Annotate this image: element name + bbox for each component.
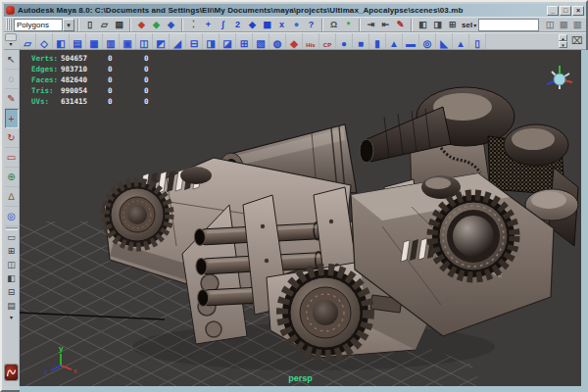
render-current-frame-icon[interactable]: ◧ — [416, 18, 430, 31]
poly-merge-icon[interactable]: ◫ — [136, 33, 153, 49]
snap-grid-icon[interactable]: + — [201, 18, 216, 31]
toggle-channel-box-icon[interactable]: ▥ — [570, 18, 584, 31]
group-collapse-handle[interactable] — [357, 19, 363, 31]
ipr-render-icon[interactable]: ◨ — [430, 18, 445, 31]
status-line-grip[interactable] — [6, 19, 12, 30]
snap-curve-icon[interactable]: ∫ — [216, 18, 230, 31]
no-construction-icon[interactable]: ✎ — [393, 18, 408, 31]
layout-hypershade[interactable]: ▤ — [5, 300, 19, 314]
toggle-attribute-editor-icon[interactable]: ◫ — [543, 18, 557, 31]
poly-cube-faces-icon[interactable]: ◧ — [53, 33, 70, 49]
perspective-viewport[interactable]: y x z Verts:50465700Edges:98371000Faces:… — [20, 50, 581, 386]
center-pivot-icon[interactable]: CP — [319, 33, 336, 49]
universal-manipulator-tool[interactable]: ⊕ — [5, 168, 19, 187]
world-icon[interactable]: ● — [289, 18, 304, 31]
shelf-tab-switcher[interactable]: ▾ — [4, 33, 18, 50]
poly-bridge-icon[interactable]: ⊟ — [186, 33, 203, 49]
poly-wedge-icon-glyph: ◢ — [173, 38, 181, 49]
camera-label[interactable]: persp — [288, 373, 313, 383]
quick-select-input[interactable] — [478, 19, 539, 31]
primitive-cube-icon[interactable]: ■ — [353, 33, 369, 49]
group-collapse-handle[interactable] — [75, 19, 81, 31]
title-bar[interactable]: Autodesk Maya 8.0: C:\Documents and Sett… — [4, 4, 586, 17]
primitive-plane-icon[interactable]: ▬ — [403, 33, 419, 49]
paint-select-tool[interactable]: ✎ — [5, 89, 19, 109]
primitive-sphere-icon[interactable]: ● — [336, 33, 353, 49]
show-manipulator-tool[interactable]: ◎ — [5, 207, 19, 226]
select-tool[interactable]: ↖ — [5, 50, 19, 70]
layout-two-pane[interactable]: ◫ — [5, 259, 19, 272]
shelf-menu-arrow-icon[interactable]: ▾ — [5, 41, 17, 49]
soft-mod-tool[interactable]: ∆ — [5, 187, 19, 207]
file-save-icon[interactable]: ▤ — [112, 18, 126, 31]
chevron-down-icon[interactable]: ▾ — [63, 19, 74, 31]
layout-two-pane-glyph: ◫ — [7, 260, 16, 270]
shelf-scroll-down-icon[interactable]: ▾ — [559, 41, 567, 48]
primitive-pipe-icon-glyph: ▯ — [474, 38, 480, 49]
open-input-icon[interactable]: ⇥ — [364, 18, 378, 31]
group-collapse-handle[interactable] — [319, 19, 325, 31]
make-live-icon[interactable]: ▦ — [260, 18, 274, 31]
file-new-icon[interactable]: ▯ — [82, 18, 97, 31]
primitive-torus-icon[interactable]: ◎ — [419, 33, 436, 49]
layout-menu-arrow-icon[interactable]: ▾ — [5, 314, 19, 322]
group-collapse-handle[interactable] — [409, 19, 415, 31]
trash-icon[interactable]: ⌧ — [570, 34, 583, 49]
snap-plane-icon[interactable]: ◆ — [245, 18, 260, 31]
quick-select-arrow-icon[interactable]: ▾ — [473, 22, 476, 28]
group-collapse-handle[interactable] — [127, 19, 133, 31]
toggle-tool-settings-icon[interactable]: ▤ — [557, 18, 570, 31]
scale-tool[interactable]: ▭ — [5, 148, 19, 168]
poly-bevel-icon[interactable]: ◩ — [153, 33, 170, 49]
file-open-icon[interactable]: ▱ — [97, 18, 112, 31]
poly-mirror-icon[interactable]: ⊞ — [236, 33, 253, 49]
render-globals-icon[interactable]: ⊞ — [445, 18, 460, 31]
world-icon-glyph: ● — [294, 20, 299, 29]
layout-persp-outliner[interactable]: ◧ — [5, 272, 19, 286]
lasso-select-tool[interactable]: ◌ — [5, 70, 19, 89]
poly-vertex-select-icon[interactable]: ▣ — [120, 33, 136, 49]
snap-point-icon[interactable]: 2 — [230, 18, 245, 31]
poly-face-select-icon[interactable]: ▦ — [86, 33, 103, 49]
open-output-icon[interactable]: ⇤ — [378, 18, 393, 31]
poly-sphere-smooth-icon[interactable]: ◍ — [270, 33, 286, 49]
select-component-icon[interactable]: ◆ — [164, 18, 178, 31]
poly-extrude-icon[interactable]: ▤ — [70, 33, 86, 49]
select-hierarchy-icon[interactable]: ◆ — [134, 18, 149, 31]
highlight-selection-icon[interactable]: ⁚ — [186, 18, 201, 31]
layout-persp-graph[interactable]: ⊟ — [5, 286, 19, 300]
close-button[interactable]: × — [572, 6, 584, 16]
shelf-scroll-up-icon[interactable]: ▴ — [559, 34, 567, 41]
primitive-pyramid-icon[interactable]: ▴ — [453, 33, 469, 49]
help-icon[interactable]: ? — [304, 18, 318, 31]
lock-icon[interactable]: Ω — [326, 18, 341, 31]
poly-reduce-icon[interactable]: ◆ — [286, 33, 303, 49]
layout-single-pane[interactable]: ▭ — [5, 231, 19, 245]
poly-split-icon[interactable]: ◨ — [203, 33, 220, 49]
shelf-tab-icon[interactable] — [5, 33, 17, 41]
maya-logo-button[interactable] — [5, 365, 18, 380]
group-collapse-handle[interactable] — [179, 19, 185, 31]
rotate-tool[interactable]: ↻ — [5, 128, 19, 148]
pane-border-bottom[interactable] — [20, 386, 581, 392]
move-tool[interactable]: + — [5, 109, 19, 128]
poly-wedge-icon[interactable]: ◢ — [170, 33, 186, 49]
minimize-button[interactable]: _ — [547, 6, 559, 16]
pane-border-right[interactable] — [581, 50, 588, 392]
poly-duplicate-icon[interactable]: ▧ — [253, 33, 270, 49]
primitive-cylinder-icon[interactable]: ▮ — [369, 33, 386, 49]
select-object-icon[interactable]: ◆ — [149, 18, 164, 31]
poly-smooth-icon[interactable]: ◇ — [36, 33, 53, 49]
layout-four-pane[interactable]: ⊞ — [5, 245, 19, 259]
primitive-pipe-icon[interactable]: ▯ — [469, 33, 486, 49]
primitive-cone-icon[interactable]: ▲ — [386, 33, 403, 49]
poly-edge-select-icon[interactable]: ▥ — [103, 33, 120, 49]
construction-history-icon[interactable]: * — [341, 18, 356, 31]
menu-set-dropdown[interactable]: Polygons ▾ — [14, 19, 74, 31]
snap-off-icon[interactable]: x — [274, 18, 289, 31]
restore-button[interactable]: □ — [560, 6, 571, 16]
poly-plane-tool-icon[interactable]: ▱ — [20, 33, 36, 49]
primitive-prism-icon[interactable]: ◣ — [436, 33, 453, 49]
poly-cut-icon[interactable]: ◪ — [220, 33, 236, 49]
history-shelf-icon[interactable]: His — [303, 33, 319, 49]
